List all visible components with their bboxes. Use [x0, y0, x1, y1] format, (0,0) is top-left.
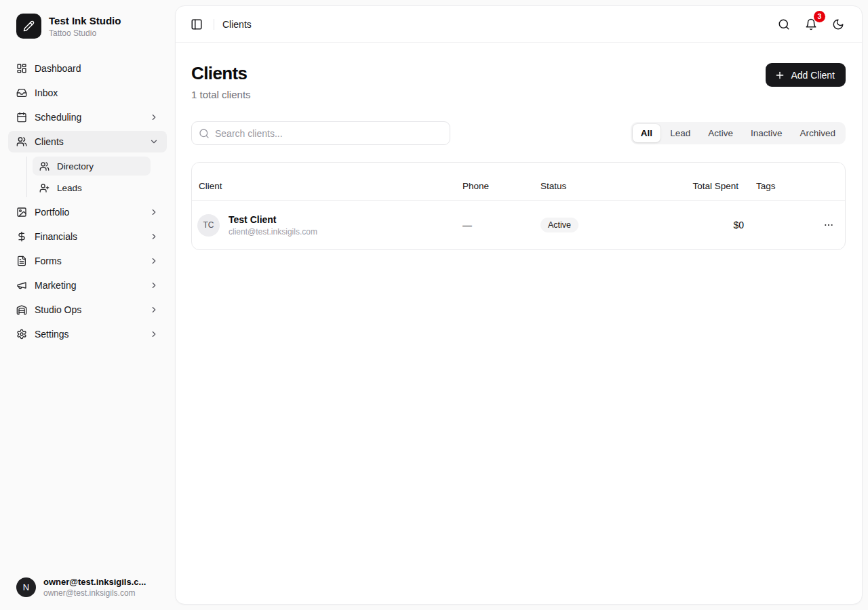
user-account-button[interactable]: N owner@test.inksigils.c... owner@test.i…	[8, 571, 167, 603]
chevron-right-icon	[149, 207, 159, 217]
sidebar-item-marketing[interactable]: Marketing	[8, 274, 167, 296]
sidebar-item-label: Financials	[35, 231, 142, 242]
column-header-total-spent: Total Spent	[676, 163, 744, 200]
sidebar-toggle-button[interactable]	[185, 13, 208, 36]
search-field-wrapper	[191, 121, 450, 145]
sidebar-nav: Dashboard Inbox Scheduling Clients Direc…	[8, 58, 167, 345]
page-subtitle: 1 total clients	[191, 89, 251, 100]
phone-cell: —	[462, 220, 540, 230]
user-display-name: owner@test.inksigils.c...	[43, 577, 146, 587]
filter-tab-archived[interactable]: Archived	[791, 124, 844, 142]
list-controls: All Lead Active Inactive Archived	[191, 121, 846, 145]
sidebar-item-label: Marketing	[35, 280, 142, 291]
pencil-icon	[16, 14, 41, 39]
brand-header[interactable]: Test Ink Studio Tattoo Studio	[8, 12, 167, 40]
sidebar-item-forms[interactable]: Forms	[8, 250, 167, 272]
column-header-tags: Tags	[744, 163, 812, 200]
status-filter-tabs: All Lead Active Inactive Archived	[631, 122, 846, 144]
sidebar-item-clients[interactable]: Clients	[8, 131, 167, 152]
filter-tab-active[interactable]: Active	[700, 124, 741, 142]
dollar-sign-icon	[16, 231, 27, 242]
notification-count-badge: 3	[814, 11, 825, 22]
layout-dashboard-icon	[16, 63, 27, 74]
sidebar-item-scheduling[interactable]: Scheduling	[8, 106, 167, 128]
search-button[interactable]	[772, 13, 795, 36]
column-header-phone: Phone	[462, 163, 540, 200]
brand-text: Test Ink Studio Tattoo Studio	[49, 15, 121, 38]
sidebar-item-label: Inbox	[35, 87, 159, 98]
panel-left-icon	[191, 18, 203, 30]
calendar-icon	[16, 112, 27, 123]
filter-tab-all[interactable]: All	[633, 124, 660, 142]
chevron-right-icon	[149, 281, 159, 290]
notifications-wrapper: 3	[800, 13, 823, 36]
user-plus-icon	[39, 183, 50, 193]
file-text-icon	[16, 256, 27, 266]
search-icon	[199, 128, 210, 139]
image-icon	[16, 207, 27, 218]
sidebar-spacer	[8, 345, 167, 571]
total-spent-cell: $0	[676, 220, 744, 230]
sidebar-item-label: Studio Ops	[35, 304, 142, 315]
client-cell: TC Test Client client@test.inksigils.com	[192, 214, 462, 237]
gear-icon	[16, 329, 27, 340]
ellipsis-icon	[823, 220, 834, 230]
clients-subnav: Directory Leads	[26, 157, 151, 197]
sidebar-item-settings[interactable]: Settings	[8, 323, 167, 345]
client-name: Test Client	[229, 214, 317, 225]
search-icon	[778, 18, 790, 30]
avatar: TC	[197, 214, 220, 237]
warehouse-icon	[16, 304, 27, 315]
sidebar-item-leads[interactable]: Leads	[33, 178, 151, 197]
client-identity: Test Client client@test.inksigils.com	[229, 214, 317, 237]
topbar-actions: 3	[772, 13, 850, 36]
main-panel: Clients 3 Clients	[175, 5, 863, 605]
breadcrumb: Clients	[222, 19, 252, 30]
sidebar-item-inbox[interactable]: Inbox	[8, 82, 167, 104]
moon-icon	[832, 18, 844, 30]
chevron-right-icon	[149, 256, 159, 266]
column-header-client: Client	[192, 163, 462, 200]
topbar: Clients 3	[176, 6, 862, 43]
search-input[interactable]	[191, 121, 450, 145]
sidebar-item-label: Directory	[57, 161, 144, 171]
add-client-label: Add Client	[791, 70, 835, 81]
chevron-right-icon	[149, 113, 159, 122]
sidebar-item-financials[interactable]: Financials	[8, 226, 167, 247]
filter-tab-lead[interactable]: Lead	[662, 124, 698, 142]
row-actions-button[interactable]	[818, 215, 839, 235]
chevron-right-icon	[149, 329, 159, 339]
plus-icon	[774, 70, 785, 81]
user-email: owner@test.inksigils.com	[43, 588, 146, 598]
sidebar-item-label: Scheduling	[35, 112, 142, 123]
inbox-icon	[16, 87, 27, 98]
table-row[interactable]: TC Test Client client@test.inksigils.com…	[192, 201, 845, 249]
megaphone-icon	[16, 280, 27, 291]
filter-tab-inactive[interactable]: Inactive	[743, 124, 791, 142]
sidebar-item-label: Settings	[35, 329, 142, 340]
status-cell: Active	[540, 218, 676, 232]
column-header-status: Status	[540, 163, 676, 200]
sidebar-item-portfolio[interactable]: Portfolio	[8, 201, 167, 223]
client-email: client@test.inksigils.com	[229, 227, 317, 237]
sidebar: Test Ink Studio Tattoo Studio Dashboard …	[0, 0, 175, 610]
sidebar-item-label: Dashboard	[35, 63, 159, 74]
page-title-block: Clients 1 total clients	[191, 63, 251, 100]
sidebar-item-studio-ops[interactable]: Studio Ops	[8, 299, 167, 321]
sidebar-item-directory[interactable]: Directory	[33, 157, 151, 176]
app-root: Test Ink Studio Tattoo Studio Dashboard …	[0, 0, 868, 610]
user-meta: owner@test.inksigils.c... owner@test.ink…	[43, 577, 146, 598]
chevron-down-icon	[149, 137, 159, 146]
sidebar-item-label: Clients	[35, 136, 142, 147]
sidebar-item-dashboard[interactable]: Dashboard	[8, 58, 167, 79]
actions-cell	[812, 215, 845, 235]
topbar-divider	[214, 19, 214, 30]
sidebar-item-label: Portfolio	[35, 207, 142, 218]
dark-mode-toggle-button[interactable]	[827, 13, 850, 36]
chevron-right-icon	[149, 232, 159, 241]
add-client-button[interactable]: Add Client	[766, 63, 846, 87]
page-header: Clients 1 total clients Add Client	[191, 63, 846, 100]
brand-subtitle: Tattoo Studio	[49, 28, 121, 38]
users-icon	[16, 136, 27, 147]
users-icon	[39, 161, 50, 171]
